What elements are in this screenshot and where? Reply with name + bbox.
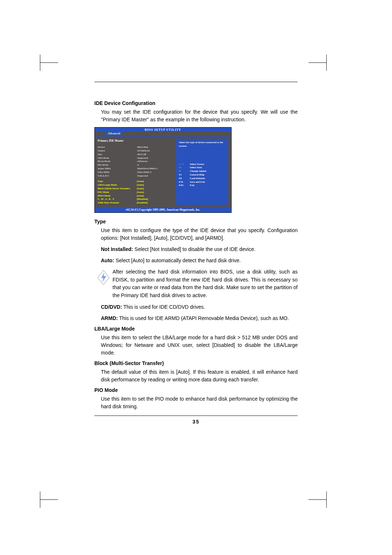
bios-section-title: Primary IDE Master [98, 139, 176, 143]
crop-mark-tr [301, 54, 327, 73]
bios-tab-advanced: Advanced [106, 131, 122, 135]
heading-block: Block (Multi-Sector Transfer) [94, 360, 298, 366]
tip-block: After selecting the hard disk informatio… [94, 268, 298, 300]
heading-type: Type [94, 219, 298, 224]
type-auto: Auto: Select [Auto] to automatically det… [94, 257, 298, 264]
type-paragraph-1: Use this item to configure the type of t… [94, 227, 298, 242]
bios-screenshot: BIOS SETUP UTILITY Advanced Primary IDE … [94, 127, 232, 213]
heading-pio: PIO Mode [94, 387, 298, 393]
type-cddvd: CD/DVD: This is used for IDE CD/DVD driv… [94, 303, 298, 311]
type-armd: ARMD: This is used for IDE ARMD (ATAPI R… [94, 315, 298, 322]
pio-body: Use this item to set the PIO mode to enh… [94, 395, 298, 410]
bios-nav-help: ←→Select Screen ↑↓Select Item +-Change O… [179, 163, 225, 188]
bios-title: BIOS SETUP UTILITY [95, 128, 231, 131]
intro-paragraph: You may set the IDE configuration for th… [94, 108, 298, 123]
top-divider [94, 82, 298, 82]
tip-text: After selecting the hard disk informatio… [113, 268, 298, 300]
bios-footer: v02.54 (C) Copyright 1985-2005, American… [95, 207, 231, 212]
lba-body: Use this item to select the LBA/Large mo… [94, 334, 298, 357]
heading-lba: LBA/Large Mode [94, 326, 298, 332]
bios-option-rows: Type[Auto] LBA/Large Mode[Auto] Block (M… [98, 180, 176, 205]
type-not-installed: Not Installed: Select [Not Installed] to… [94, 246, 298, 253]
crop-mark-tl [40, 54, 65, 73]
block-body: The default value of this item is [Auto]… [94, 368, 298, 384]
bios-info-rows: Device:Hard Disk Vendor:ST340014A Size:4… [98, 146, 176, 178]
lightning-icon [97, 270, 110, 285]
heading-ide-device-config: IDE Device Configuration [94, 100, 298, 106]
bios-help-text: Select the type of device connected to t… [179, 141, 225, 148]
crop-mark-br [301, 490, 327, 508]
crop-mark-bl [40, 490, 65, 508]
page-number: 35 [94, 419, 298, 425]
svg-marker-1 [101, 272, 106, 283]
bottom-divider [94, 416, 298, 416]
